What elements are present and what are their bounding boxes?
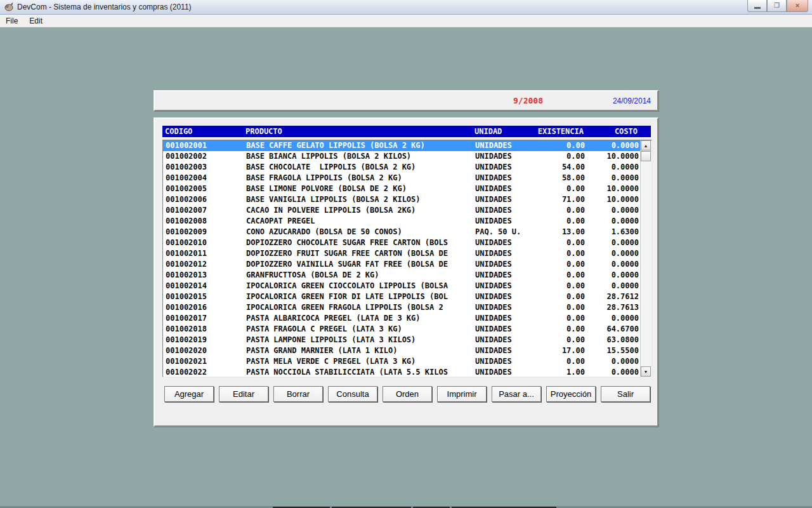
table-row[interactable]: 001002016IPOCALORICA GREEN FRAGOLA LIPPO… (163, 302, 641, 313)
cell-cost: 1.6300 (612, 227, 639, 237)
cell-code: 001002010 (166, 237, 207, 248)
cell-cost: 28.7613 (606, 302, 639, 313)
table-row[interactable]: 001002001BASE CAFFE GELATO LIPPOLIS (BOL… (163, 140, 641, 151)
cell-prod: PASTA FRAGOLA C PREGEL (LATA 3 KG) (246, 324, 474, 335)
window-title: DevCom - Sistema de inventarios y compra… (17, 3, 192, 11)
table-row[interactable]: 001002008CACAOPAT PREGELUNIDADES0.000.00… (163, 216, 641, 227)
cell-code: 001002012 (166, 259, 207, 270)
table-row[interactable]: 001002021PASTA MELA VERDE C PREGEL (LATA… (163, 356, 641, 367)
cell-exist: 13.00 (562, 227, 585, 237)
scroll-down-button[interactable]: ▼ (641, 366, 651, 377)
table-row[interactable]: 001002009CONO AZUCARADO (BOLSA DE 50 CON… (163, 227, 641, 237)
cell-code: 001002001 (166, 140, 207, 151)
table-row[interactable]: 001002006BASE VANIGLIA LIPPOLIS (BOLSA 2… (163, 194, 641, 205)
cell-code: 001002003 (166, 162, 207, 173)
table-row[interactable]: 001002012DOPIOZZERO VAINILLA SUGAR FAT F… (163, 259, 641, 270)
menu-item-file[interactable]: File (0, 15, 23, 27)
editar-button[interactable]: Editar (219, 386, 268, 402)
table-row[interactable]: 001002010DOPIOZZERO CHOCOLATE SUGAR FREE… (163, 237, 641, 248)
cell-prod: CACAO IN POLVERE LIPPOLIS (BOLSA 2KG) (246, 205, 474, 216)
consulta-button[interactable]: Consulta (328, 386, 377, 402)
cell-prod: DOPIOZZERO FRUIT SUGAR FREE CARTON (BOLS… (246, 248, 474, 259)
cell-exist: 0.00 (566, 140, 585, 151)
cell-unit: UNIDADES (475, 173, 512, 184)
minimize-button[interactable] (747, 0, 767, 12)
table-row[interactable]: 001002011DOPIOZZERO FRUIT SUGAR FREE CAR… (163, 248, 641, 259)
vertical-scrollbar[interactable]: ▲ ▼ (640, 140, 652, 377)
table-row[interactable]: 001002002BASE BIANCA LIPPOLIS (BOLSA 2 K… (163, 151, 641, 162)
table-row[interactable]: 001002018PASTA FRAGOLA C PREGEL (LATA 3 … (163, 324, 641, 335)
proyección-button[interactable]: Proyección (546, 386, 596, 402)
menu-item-edit[interactable]: Edit (23, 15, 48, 27)
cell-code: 001002002 (166, 151, 207, 162)
cell-cost: 0.0000 (612, 140, 639, 151)
table-row[interactable]: 001002004BASE FRAGOLA LIPPOLIS (BOLSA 2 … (163, 173, 641, 184)
cell-code: 001002006 (166, 194, 207, 205)
table-header: CODIGO PRODUCTO UNIDAD EXISTENCIA COSTO (162, 126, 651, 137)
cell-unit: UNIDADES (475, 281, 512, 291)
restore-button[interactable]: ❐ (767, 0, 787, 12)
table-row[interactable]: 001002017PASTA ALBARICOCA PREGEL (LATA D… (163, 313, 641, 324)
agregar-button[interactable]: Agregar (164, 386, 214, 402)
cell-code: 001002015 (166, 291, 207, 302)
title-bar: DevCom - Sistema de inventarios y compra… (0, 0, 812, 15)
cell-prod: DOPIOZZERO VAINILLA SUGAR FAT FREE (BOLS… (246, 259, 474, 270)
close-icon: ✕ (795, 3, 800, 9)
table-row[interactable]: 001002015IPOCALORICA GREEN FIOR DI LATE … (163, 291, 641, 302)
column-header-existencia: EXISTENCIA (538, 126, 584, 137)
cell-prod: BASE VANIGLIA LIPPOLIS (BOLSA 2 KILOS) (246, 194, 474, 205)
cell-exist: 1.00 (566, 367, 585, 377)
cell-prod: BASE CAFFE GELATO LIPPOLIS (BOLSA 2 KG) (246, 140, 474, 151)
cell-cost: 28.7612 (606, 291, 639, 302)
cell-unit: UNIDADES (475, 184, 512, 194)
table-row[interactable]: 001002003BASE CHOCOLATE LIPPOLIS (BOLSA … (163, 162, 641, 173)
scrollbar-thumb[interactable] (641, 151, 651, 161)
cell-code: 001002022 (166, 367, 207, 377)
cell-code: 001002021 (166, 356, 207, 367)
cell-prod: PASTA MELA VERDE C PREGEL (LATA 3 KG) (246, 356, 474, 367)
borrar-button[interactable]: Borrar (273, 386, 323, 402)
cell-unit: UNIDADES (475, 291, 512, 302)
cell-code: 001002016 (166, 302, 207, 313)
close-button[interactable]: ✕ (787, 0, 808, 12)
table-row[interactable]: 001002014IPOCALORICA GREEN CIOCCOLATO LI… (163, 281, 641, 291)
column-header-codigo: CODIGO (165, 126, 192, 137)
pasara-button[interactable]: Pasar a... (492, 386, 541, 402)
cell-code: 001002009 (166, 227, 207, 237)
cell-exist: 0.00 (566, 270, 585, 281)
restore-icon: ❐ (774, 3, 780, 9)
cell-unit: UNIDADES (475, 237, 512, 248)
cell-exist: 0.00 (566, 324, 585, 335)
table-row[interactable]: 001002019PASTA LAMPONE LIPPOLIS (LATA 3 … (163, 335, 641, 345)
cell-cost: 0.0000 (612, 270, 639, 281)
cell-cost: 0.0000 (612, 367, 639, 377)
scroll-up-button[interactable]: ▲ (641, 140, 651, 150)
salir-button[interactable]: Salir (601, 386, 650, 402)
cell-exist: 0.00 (566, 184, 585, 194)
cell-code: 001002014 (166, 281, 207, 291)
table-row[interactable]: 001002022PASTA NOCCIOLA STABILICCIATA (L… (163, 367, 641, 377)
cell-code: 001002018 (166, 324, 207, 335)
cell-prod: BASE CHOCOLATE LIPPOLIS (BOLSA 2 KG) (246, 162, 474, 173)
table-row[interactable]: 001002007CACAO IN POLVERE LIPPOLIS (BOLS… (163, 205, 641, 216)
table-row[interactable]: 001002005BASE LIMONE POLVORE (BOLSA DE 2… (163, 184, 641, 194)
orden-button[interactable]: Orden (383, 386, 432, 402)
menu-bar: FileEdit (0, 15, 812, 27)
table-row[interactable]: 001002013GRANFRUCTTOSA (BOLSA DE 2 KG)UN… (163, 270, 641, 281)
period-label: 9/2008 (513, 96, 543, 105)
cell-exist: 0.00 (566, 291, 585, 302)
cell-unit: UNIDADES (475, 270, 512, 281)
cell-prod: BASE FRAGOLA LIPPOLIS (BOLSA 2 KG) (246, 173, 474, 184)
cell-cost: 0.0000 (612, 259, 639, 270)
cell-exist: 0.00 (566, 205, 585, 216)
action-button-row: AgregarEditarBorrarConsultaOrdenImprimir… (164, 386, 650, 402)
cell-cost: 10.0000 (606, 184, 639, 194)
cell-prod: PASTA LAMPONE LIPPOLIS (LATA 3 KILOS) (246, 335, 474, 345)
cell-prod: BASE LIMONE POLVORE (BOLSA DE 2 KG) (246, 184, 474, 194)
imprimir-button[interactable]: Imprimir (437, 386, 487, 402)
cell-prod: BASE BIANCA LIPPOLIS (BOLSA 2 KILOS) (246, 151, 474, 162)
product-listbox: 001002001BASE CAFFE GELATO LIPPOLIS (BOL… (162, 140, 652, 377)
cell-unit: UNIDADES (475, 216, 512, 227)
cell-prod: CACAOPAT PREGEL (246, 216, 474, 227)
table-row[interactable]: 001002020PASTA GRAND MARNIER (LATA 1 KIL… (163, 345, 641, 356)
